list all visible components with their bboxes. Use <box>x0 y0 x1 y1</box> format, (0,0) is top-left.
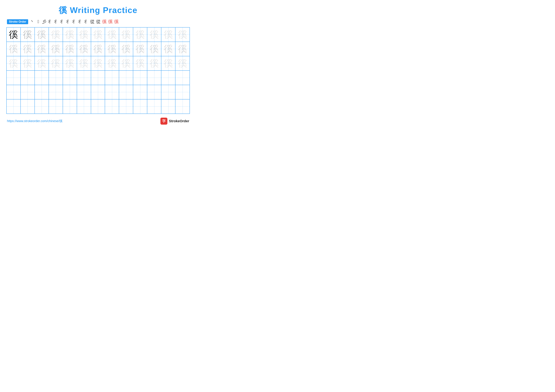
grid-cell-0-9[interactable]: 徯 <box>133 28 147 42</box>
grid-cell-3-11[interactable] <box>161 71 175 85</box>
grid-cell-2-3[interactable]: 徯 <box>49 56 63 70</box>
grid-cell-4-4[interactable] <box>63 85 77 99</box>
stroke-4: 彳 <box>47 19 53 25</box>
grid-cell-4-1[interactable] <box>21 85 35 99</box>
grid-cell-3-5[interactable] <box>77 71 91 85</box>
grid-cell-5-10[interactable] <box>147 100 161 114</box>
grid-cell-1-11[interactable]: 徯 <box>161 42 175 56</box>
grid-cell-0-10[interactable]: 徯 <box>147 28 161 42</box>
grid-cell-2-8[interactable]: 徯 <box>119 56 133 70</box>
grid-cell-3-9[interactable] <box>133 71 147 85</box>
grid-cell-1-9[interactable]: 徯 <box>133 42 147 56</box>
grid-cell-3-8[interactable] <box>119 71 133 85</box>
practice-grid: 徯 徯 徯 徯 徯 徯 徯 徯 徯 徯 徯 徯 徯 徯 徯 徯 徯 徯 徯 徯 … <box>6 27 190 114</box>
grid-cell-4-8[interactable] <box>119 85 133 99</box>
grid-cell-5-7[interactable] <box>105 100 119 114</box>
stroke-8: 彳 <box>72 19 77 25</box>
grid-cell-2-9[interactable]: 徯 <box>133 56 147 70</box>
grid-cell-1-5[interactable]: 徯 <box>77 42 91 56</box>
grid-cell-1-2[interactable]: 徯 <box>35 42 49 56</box>
grid-cell-3-7[interactable] <box>105 71 119 85</box>
grid-cell-3-3[interactable] <box>49 71 63 85</box>
grid-cell-0-5[interactable]: 徯 <box>77 28 91 42</box>
grid-cell-2-2[interactable]: 徯 <box>35 56 49 70</box>
footer-url[interactable]: https://www.strokeorder.com/chinese/徯 <box>7 119 63 123</box>
stroke-12: 從 <box>95 19 101 25</box>
stroke-9: 彳 <box>78 19 83 25</box>
grid-cell-2-7[interactable]: 徯 <box>105 56 119 70</box>
practice-char: 徯 <box>37 44 46 53</box>
practice-char: 徯 <box>37 30 46 39</box>
grid-cell-3-4[interactable] <box>63 71 77 85</box>
grid-cell-5-8[interactable] <box>119 100 133 114</box>
grid-cell-5-6[interactable] <box>91 100 105 114</box>
grid-cell-5-2[interactable] <box>35 100 49 114</box>
stroke-sequence: 丶 𠃊 彡 彳 彳 彳 彳 彳 彳 彳 從 從 徯 徯 徯 <box>29 19 119 25</box>
practice-char: 徯 <box>107 59 117 68</box>
grid-cell-0-11[interactable]: 徯 <box>161 28 175 42</box>
practice-char: 徯 <box>79 44 88 53</box>
grid-cell-5-4[interactable] <box>63 100 77 114</box>
grid-cell-3-12[interactable] <box>175 71 190 85</box>
grid-cell-0-4[interactable]: 徯 <box>63 28 77 42</box>
grid-cell-1-4[interactable]: 徯 <box>63 42 77 56</box>
grid-cell-3-0[interactable] <box>7 71 21 85</box>
practice-char: 徯 <box>150 59 159 68</box>
grid-cell-3-1[interactable] <box>21 71 35 85</box>
grid-cell-1-3[interactable]: 徯 <box>49 42 63 56</box>
stroke-order-row: Stroke Order 丶 𠃊 彡 彳 彳 彳 彳 彳 彳 彳 從 從 徯 徯… <box>6 19 190 25</box>
grid-cell-1-1[interactable]: 徯 <box>21 42 35 56</box>
grid-cell-2-4[interactable]: 徯 <box>63 56 77 70</box>
practice-char: 徯 <box>164 44 173 53</box>
grid-cell-0-2[interactable]: 徯 <box>35 28 49 42</box>
grid-cell-3-2[interactable] <box>35 71 49 85</box>
grid-cell-0-0[interactable]: 徯 <box>7 28 21 42</box>
grid-cell-2-6[interactable]: 徯 <box>91 56 105 70</box>
grid-cell-5-11[interactable] <box>161 100 175 114</box>
grid-cell-1-12[interactable]: 徯 <box>175 42 190 56</box>
practice-char: 徯 <box>178 59 187 68</box>
grid-cell-2-1[interactable]: 徯 <box>21 56 35 70</box>
grid-cell-0-6[interactable]: 徯 <box>91 28 105 42</box>
practice-char: 徯 <box>122 59 131 68</box>
grid-cell-5-1[interactable] <box>21 100 35 114</box>
grid-cell-4-5[interactable] <box>77 85 91 99</box>
grid-cell-3-6[interactable] <box>91 71 105 85</box>
grid-cell-0-7[interactable]: 徯 <box>105 28 119 42</box>
grid-cell-1-6[interactable]: 徯 <box>91 42 105 56</box>
grid-cell-2-11[interactable]: 徯 <box>161 56 175 70</box>
grid-cell-0-3[interactable]: 徯 <box>49 28 63 42</box>
stroke-order-badge: Stroke Order <box>7 19 28 24</box>
grid-cell-4-10[interactable] <box>147 85 161 99</box>
stroke-7: 彳 <box>66 19 71 25</box>
grid-cell-2-0[interactable]: 徯 <box>7 56 21 70</box>
grid-cell-4-11[interactable] <box>161 85 175 99</box>
grid-cell-5-12[interactable] <box>175 100 190 114</box>
practice-char: 徯 <box>178 30 187 39</box>
grid-cell-1-0[interactable]: 徯 <box>7 42 21 56</box>
grid-row-1: 徯 徯 徯 徯 徯 徯 徯 徯 徯 徯 徯 徯 徯 <box>7 42 190 56</box>
grid-cell-4-7[interactable] <box>105 85 119 99</box>
grid-cell-5-0[interactable] <box>7 100 21 114</box>
grid-cell-1-8[interactable]: 徯 <box>119 42 133 56</box>
grid-cell-4-3[interactable] <box>49 85 63 99</box>
grid-cell-4-12[interactable] <box>175 85 190 99</box>
grid-cell-2-10[interactable]: 徯 <box>147 56 161 70</box>
grid-cell-0-1[interactable]: 徯 <box>21 28 35 42</box>
grid-cell-4-9[interactable] <box>133 85 147 99</box>
grid-cell-1-7[interactable]: 徯 <box>105 42 119 56</box>
grid-cell-5-3[interactable] <box>49 100 63 114</box>
grid-cell-3-10[interactable] <box>147 71 161 85</box>
grid-cell-5-5[interactable] <box>77 100 91 114</box>
grid-row-5 <box>7 100 190 114</box>
grid-cell-4-6[interactable] <box>91 85 105 99</box>
grid-cell-0-12[interactable]: 徯 <box>175 28 190 42</box>
grid-cell-4-2[interactable] <box>35 85 49 99</box>
practice-char: 徯 <box>107 30 117 39</box>
grid-cell-2-12[interactable]: 徯 <box>175 56 190 70</box>
grid-cell-1-10[interactable]: 徯 <box>147 42 161 56</box>
grid-cell-4-0[interactable] <box>7 85 21 99</box>
grid-cell-2-5[interactable]: 徯 <box>77 56 91 70</box>
grid-cell-0-8[interactable]: 徯 <box>119 28 133 42</box>
grid-cell-5-9[interactable] <box>133 100 147 114</box>
